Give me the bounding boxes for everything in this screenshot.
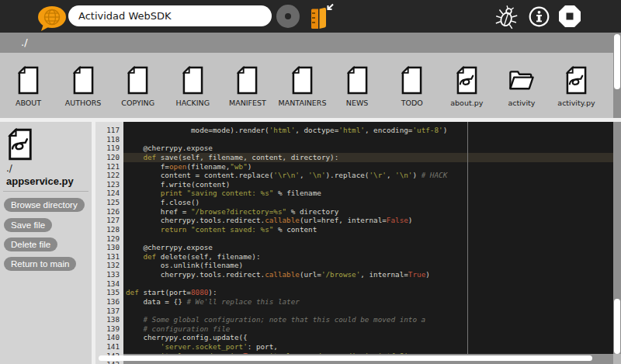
code-line-131: def delete(self, filename): bbox=[123, 252, 613, 262]
line-number: 117 bbox=[95, 126, 123, 135]
sidebar-filename: appservice.py bbox=[6, 175, 74, 187]
file-item-activity[interactable]: activity bbox=[494, 53, 549, 118]
line-number: 133 bbox=[95, 270, 123, 279]
scrollbar-corner bbox=[613, 354, 621, 364]
file-item-TODO[interactable]: TODO bbox=[384, 53, 439, 118]
line-number: 120 bbox=[95, 153, 123, 162]
files-scrollbar-thumb[interactable] bbox=[614, 34, 620, 89]
code-line-127: cherrypy.tools.redirect.callable(url=hre… bbox=[123, 216, 613, 225]
stop-icon[interactable] bbox=[557, 4, 582, 29]
code-line-139: # configuration file bbox=[123, 324, 613, 334]
code-line-118 bbox=[123, 135, 613, 144]
line-number: 118 bbox=[95, 135, 123, 144]
code-line-119: @cherrypy.expose bbox=[123, 144, 613, 153]
code-line-117: mode=mode).render('html', doctype='html'… bbox=[123, 126, 613, 135]
file-item-about.py[interactable]: about.py bbox=[439, 53, 494, 118]
file-item-COPYING[interactable]: COPYING bbox=[110, 53, 165, 118]
file-item-label: MANTAINERS bbox=[275, 99, 330, 107]
code-line-140: cherrypy.config.update({ bbox=[123, 333, 613, 342]
line-number: 127 bbox=[95, 216, 123, 225]
editor-sidebar: ./ appservice.py Browse directorySave fi… bbox=[0, 122, 92, 364]
file-item-ABOUT[interactable]: ABOUT bbox=[1, 53, 56, 118]
code-line-132: os.unlink(filename) bbox=[123, 261, 613, 270]
file-item-label: AUTHORS bbox=[56, 99, 111, 107]
code-line-138: # Some global configuration; note that t… bbox=[123, 315, 613, 324]
line-number: 124 bbox=[95, 189, 123, 198]
file-item-MANIFEST[interactable]: MANIFEST bbox=[220, 53, 275, 118]
keep-journal-icon[interactable] bbox=[307, 3, 335, 31]
file-item-label: activity bbox=[494, 99, 549, 107]
line-number: 138 bbox=[95, 315, 123, 324]
code-editor[interactable]: mode=mode).render('html', doctype='html'… bbox=[123, 122, 613, 364]
code-line-133: cherrypy.tools.redirect.callable(url='/b… bbox=[123, 270, 613, 279]
code-line-141: 'server.socket_port': port, bbox=[123, 342, 613, 352]
activity-icon[interactable] bbox=[36, 4, 67, 32]
file-item-label: ABOUT bbox=[1, 99, 56, 107]
python-file-icon bbox=[6, 128, 34, 161]
editor-vscrollbar-thumb[interactable] bbox=[614, 299, 620, 354]
line-number: 135 bbox=[95, 288, 123, 297]
code-line-128: return "content saved: %s" % content bbox=[123, 225, 613, 234]
line-number: 130 bbox=[95, 243, 123, 252]
line-number: 134 bbox=[95, 279, 123, 289]
editor-hscrollbar-thumb[interactable] bbox=[99, 355, 592, 362]
save-file-button[interactable]: Save file bbox=[4, 218, 52, 232]
file-item-activity.py[interactable]: activity.py bbox=[549, 53, 604, 118]
file-browser: ABOUTAUTHORSCOPYINGHACKINGMANIFESTMANTAI… bbox=[0, 53, 621, 118]
line-number: 119 bbox=[95, 144, 123, 153]
line-number: 131 bbox=[95, 252, 123, 262]
browse-directory-button[interactable]: Browse directory bbox=[4, 198, 85, 212]
directory-path-band: ./ bbox=[0, 33, 621, 53]
file-item-NEWS[interactable]: NEWS bbox=[330, 53, 385, 118]
line-number: 121 bbox=[95, 162, 123, 172]
code-line-120: def save(self, filename, content, direct… bbox=[123, 153, 613, 162]
sidebar-path: ./ bbox=[6, 163, 12, 174]
main-toolbar: Actividad WebSDK bbox=[0, 0, 621, 33]
file-item-label: NEWS bbox=[330, 99, 385, 107]
line-number: 126 bbox=[95, 207, 123, 217]
code-line-122: content = content.replace('\r\n', '\n').… bbox=[123, 171, 613, 180]
code-line-126: href = "/browse?directory=%s" % director… bbox=[123, 207, 613, 217]
code-line-124: print "saving content: %s" % filename bbox=[123, 189, 613, 198]
line-number: 139 bbox=[95, 324, 123, 334]
activity-title-input[interactable]: Actividad WebSDK bbox=[68, 5, 272, 26]
code-line-130: @cherrypy.expose bbox=[123, 243, 613, 252]
line-number: 141 bbox=[95, 342, 123, 352]
delete-file-button[interactable]: Delete file bbox=[4, 237, 57, 251]
code-line-135: def start(port=8080): bbox=[123, 288, 613, 297]
code-line-129 bbox=[123, 234, 613, 244]
code-line-137 bbox=[123, 307, 613, 316]
file-item-label: activity.py bbox=[549, 99, 604, 107]
file-item-label: COPYING bbox=[110, 99, 165, 107]
line-number: 132 bbox=[95, 261, 123, 270]
file-item-label: HACKING bbox=[165, 99, 220, 107]
right-margin-ruler bbox=[467, 122, 468, 364]
line-number: 125 bbox=[95, 198, 123, 207]
line-number: 136 bbox=[95, 297, 123, 307]
file-item-MANTAINERS[interactable]: MANTAINERS bbox=[275, 53, 330, 118]
file-item-label: TODO bbox=[384, 99, 439, 107]
info-icon[interactable] bbox=[529, 6, 550, 27]
file-item-label: MANIFEST bbox=[220, 99, 275, 107]
code-line-123: f.write(content) bbox=[123, 180, 613, 189]
file-item-HACKING[interactable]: HACKING bbox=[165, 53, 220, 118]
share-button[interactable] bbox=[276, 5, 300, 28]
file-item-label: about.py bbox=[439, 99, 494, 107]
share-button-dot bbox=[285, 13, 291, 19]
line-number: 140 bbox=[95, 333, 123, 342]
line-number: 123 bbox=[95, 180, 123, 189]
activity-title-text: Actividad WebSDK bbox=[68, 5, 272, 26]
code-line-134 bbox=[123, 279, 613, 289]
code-line-121: f=open(filename,"wb") bbox=[123, 162, 613, 172]
line-number: 129 bbox=[95, 234, 123, 244]
directory-path-label: ./ bbox=[0, 33, 621, 53]
return-to-main-button[interactable]: Return to main bbox=[4, 257, 76, 271]
debug-bug-icon[interactable] bbox=[494, 5, 519, 29]
line-number: 137 bbox=[95, 307, 123, 316]
sidebar-divider bbox=[3, 191, 88, 192]
line-number: 122 bbox=[95, 171, 123, 180]
line-number-gutter: 1171181191201211221231241251261271281291… bbox=[95, 122, 123, 364]
code-line-136: data = {} # We'll replace this later bbox=[123, 297, 613, 307]
file-item-AUTHORS[interactable]: AUTHORS bbox=[56, 53, 111, 118]
code-line-125: f.close() bbox=[123, 198, 613, 207]
